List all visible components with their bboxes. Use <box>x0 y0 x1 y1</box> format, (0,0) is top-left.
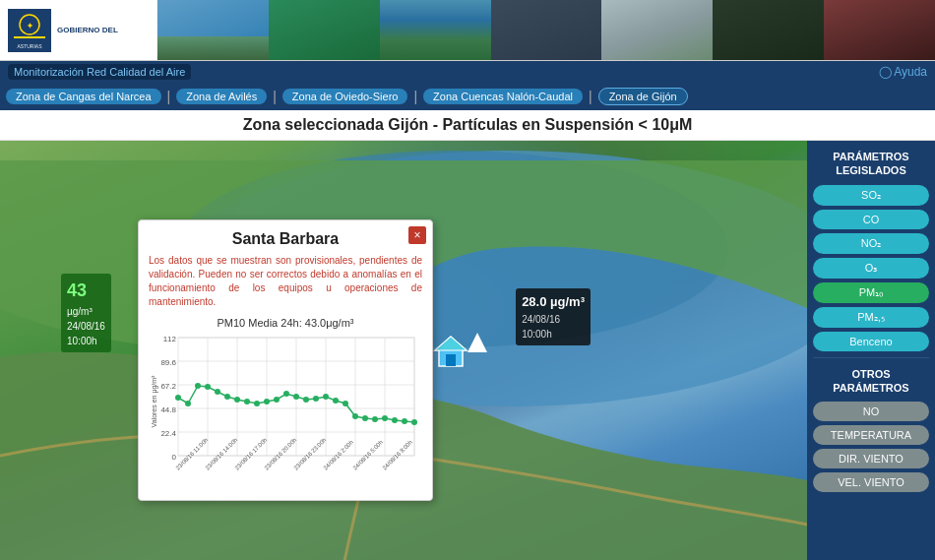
header-photo-5 <box>601 0 713 60</box>
station-right-box[interactable]: 28.0 µg/m³ 24/08/16 10:00h <box>516 288 591 345</box>
svg-text:22.4: 22.4 <box>160 429 176 438</box>
page-title: Zona seleccionada Gijón - Partículas en … <box>243 116 693 133</box>
svg-rect-8 <box>446 354 456 366</box>
zone-aviles-btn[interactable]: Zona de Avilés <box>176 89 267 104</box>
param-temperatura-btn[interactable]: TEMPERATURA <box>813 425 929 445</box>
param-dir-viento-btn[interactable]: DIR. VIENTO <box>813 449 929 468</box>
right-panel: PARÁMETROS LEGISLADOS SO₂ CO NO₂ O₃ PM₁₀… <box>807 141 935 560</box>
arrow-marker-2 <box>468 333 487 352</box>
station-left-value: 43 <box>67 278 105 304</box>
chart-title: PM10 Media 24h: 43.0μg/m³ <box>149 317 422 329</box>
svg-point-38 <box>234 397 240 403</box>
svg-point-37 <box>224 394 230 400</box>
svg-marker-9 <box>435 337 467 350</box>
logo-text: GOBIERNO DEL <box>57 25 118 35</box>
logo-area: ✦ ASTURIAS GOBIERNO DEL <box>0 0 157 60</box>
svg-point-44 <box>293 394 299 400</box>
header-photo-7 <box>824 0 935 60</box>
nav-sep-3: | <box>413 89 417 104</box>
svg-point-54 <box>392 417 398 423</box>
station-right-date: 24/08/16 <box>522 312 585 327</box>
param-co-btn[interactable]: CO <box>813 210 929 229</box>
svg-point-40 <box>254 401 260 406</box>
zone-cangas-btn[interactable]: Zona de Cangas del Narcea <box>6 89 161 104</box>
nav-bar: Zona de Cangas del Narcea | Zona de Avil… <box>0 83 935 110</box>
station-left-date: 24/08/16 <box>67 319 105 334</box>
param-o3-btn[interactable]: O₃ <box>813 258 929 279</box>
monitor-link[interactable]: Monitorización Red Calidad del Aire <box>8 64 191 80</box>
zone-oviedo-btn[interactable]: Zona de Oviedo-Siero <box>282 89 408 104</box>
station-right-time: 10:00h <box>522 327 585 342</box>
param-benceno-btn[interactable]: Benceno <box>813 332 929 351</box>
svg-text:89.6: 89.6 <box>160 358 176 367</box>
main-area: 43 µg/m³ 24/08/16 10:00h 28.0 µg/m³ 24/0… <box>0 141 935 560</box>
param-so2-btn[interactable]: SO₂ <box>813 185 929 206</box>
svg-point-45 <box>303 397 309 403</box>
nav-sep-1: | <box>167 89 171 104</box>
param-no-btn[interactable]: NO <box>813 402 929 421</box>
zone-cuencas-btn[interactable]: Zona Cuencas Nalón-Caudal <box>423 89 583 104</box>
svg-point-55 <box>402 418 407 424</box>
svg-point-51 <box>362 415 368 421</box>
chart-area: 112 89.6 67.2 44.8 22.4 0 Valores en μg/… <box>149 333 422 490</box>
popup-station-name: Santa Barbara <box>149 230 422 248</box>
nav-sep-2: | <box>273 89 277 104</box>
title-bar: Zona seleccionada Gijón - Partículas en … <box>0 110 935 141</box>
popup-warning-text: Los datos que se muestran son provisiona… <box>149 254 422 309</box>
zone-gijon-btn[interactable]: Zona de Gijón <box>598 88 688 105</box>
svg-point-46 <box>313 396 319 402</box>
param-pm25-btn[interactable]: PM₂,₅ <box>813 307 929 328</box>
svg-text:44.8: 44.8 <box>160 405 176 414</box>
station-house-icon[interactable] <box>433 333 468 376</box>
header-photo-1 <box>157 0 269 60</box>
otros-title: OTROS PARÁMETROS <box>813 364 929 399</box>
header-photo-4 <box>491 0 602 60</box>
svg-point-39 <box>244 399 250 404</box>
param-vel-viento-btn[interactable]: VEL. VIENTO <box>813 472 929 492</box>
svg-point-33 <box>185 401 191 406</box>
svg-point-53 <box>382 415 388 421</box>
svg-point-41 <box>264 399 270 404</box>
svg-text:Valores en μg/m³: Valores en μg/m³ <box>151 375 158 428</box>
header-photo-3 <box>380 0 491 60</box>
station-right-value: 28.0 µg/m³ <box>522 292 585 312</box>
svg-point-48 <box>333 398 339 404</box>
popup-close-button[interactable]: × <box>408 226 426 244</box>
svg-point-49 <box>343 401 348 406</box>
svg-text:112: 112 <box>163 335 177 343</box>
nav-sep-4: | <box>589 89 592 104</box>
station-left-time: 10:00h <box>67 334 105 348</box>
svg-text:ASTURIAS: ASTURIAS <box>17 43 42 49</box>
svg-point-50 <box>352 413 358 419</box>
header-photos <box>157 0 935 60</box>
svg-point-47 <box>323 394 329 400</box>
svg-point-36 <box>215 389 220 395</box>
param-no2-btn[interactable]: NO₂ <box>813 233 929 254</box>
svg-rect-3 <box>14 36 45 38</box>
panel-divider <box>813 357 929 358</box>
station-left-unit: µg/m³ <box>67 304 105 319</box>
ayuda-link[interactable]: ◯ Ayuda <box>879 65 927 79</box>
param-pm10-btn[interactable]: PM₁₀ <box>813 282 929 303</box>
svg-point-56 <box>411 419 417 425</box>
svg-point-43 <box>283 391 289 397</box>
pm10-chart: 112 89.6 67.2 44.8 22.4 0 Valores en μg/… <box>149 333 424 485</box>
svg-point-35 <box>205 384 211 390</box>
station-popup: Santa Barbara × Los datos que se muestra… <box>138 219 433 501</box>
svg-point-34 <box>195 383 201 389</box>
station-left-box[interactable]: 43 µg/m³ 24/08/16 10:00h <box>61 274 111 352</box>
svg-point-32 <box>175 395 181 401</box>
svg-point-52 <box>372 416 378 422</box>
svg-text:0: 0 <box>172 453 177 462</box>
header-photo-6 <box>713 0 824 60</box>
header: ✦ ASTURIAS GOBIERNO DEL <box>0 0 935 61</box>
svg-point-42 <box>274 397 280 403</box>
header-photo-2 <box>269 0 380 60</box>
map-container[interactable]: 43 µg/m³ 24/08/16 10:00h 28.0 µg/m³ 24/0… <box>0 141 807 560</box>
legislados-title: PARÁMETROS LEGISLADOS <box>813 147 929 181</box>
asturias-logo: ✦ ASTURIAS <box>8 9 51 52</box>
svg-text:67.2: 67.2 <box>160 382 176 391</box>
svg-text:✦: ✦ <box>27 22 33 31</box>
